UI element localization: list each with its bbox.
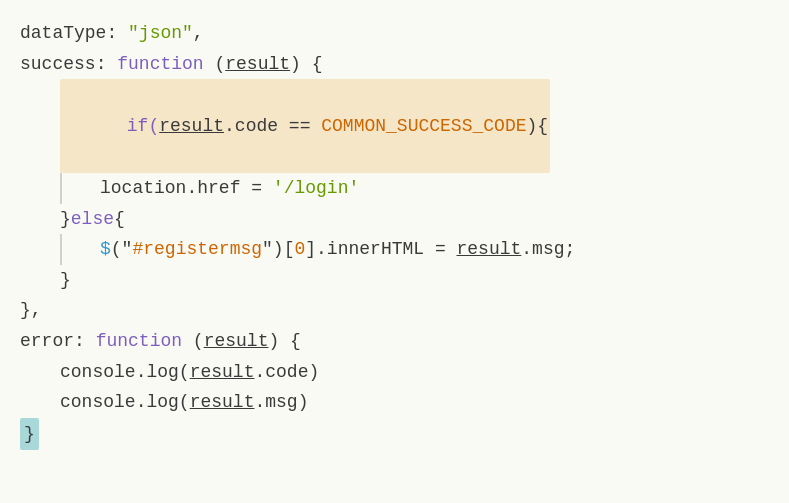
code-token-jquery: $ — [100, 234, 111, 265]
code-token-param: result — [190, 357, 255, 388]
code-line-8: }, — [20, 295, 769, 326]
code-token: ")[ — [262, 234, 294, 265]
code-token: console — [60, 387, 136, 418]
code-token: .href = — [186, 173, 272, 204]
code-token: error — [20, 326, 74, 357]
code-token: dataType — [20, 18, 106, 49]
code-token: , — [193, 18, 204, 49]
code-line-7: } — [20, 265, 769, 296]
code-token: ( — [204, 49, 226, 80]
code-token-string: #registermsg — [132, 234, 262, 265]
code-token: .msg; — [521, 234, 575, 265]
code-token-keyword: else — [71, 204, 114, 235]
code-token: } — [60, 265, 71, 296]
code-token: : — [106, 18, 128, 49]
code-token: ( — [182, 326, 204, 357]
code-token: (" — [111, 234, 133, 265]
code-token: ){ — [526, 116, 548, 136]
code-line-11: console.log(result.msg) — [20, 387, 769, 418]
code-line-2: success: function (result) { — [20, 49, 769, 80]
code-token-number: 0 — [294, 234, 305, 265]
indent-bar — [60, 173, 62, 204]
code-token-keyword: if( — [127, 116, 159, 136]
code-line-9: error: function (result) { — [20, 326, 769, 357]
code-token-const: COMMON_SUCCESS_CODE — [321, 116, 526, 136]
code-line-6: $("#registermsg")[0].innerHTML = result.… — [20, 234, 769, 265]
code-line-10: console.log(result.code) — [20, 357, 769, 388]
code-token-keyword: function — [96, 326, 182, 357]
code-highlight-block: if(result.code == COMMON_SUCCESS_CODE){ — [60, 79, 550, 173]
code-line-12: } — [20, 418, 769, 451]
code-token: .log( — [136, 387, 190, 418]
code-token: .msg) — [254, 387, 308, 418]
code-token-param: result — [204, 326, 269, 357]
code-token: location — [100, 173, 186, 204]
code-token: "json" — [128, 18, 193, 49]
code-token: ) { — [290, 49, 322, 80]
code-line-5: }else{ — [20, 204, 769, 235]
code-token: : — [96, 49, 118, 80]
code-token-param: result — [225, 49, 290, 80]
code-token-param: result — [190, 387, 255, 418]
code-line-3: if(result.code == COMMON_SUCCESS_CODE){ — [20, 79, 769, 173]
code-token: console — [60, 357, 136, 388]
code-editor: dataType: "json", success: function (res… — [0, 0, 789, 503]
code-token: .code) — [254, 357, 319, 388]
code-token-keyword: function — [117, 49, 203, 80]
indent-bar — [60, 234, 62, 265]
code-token: ].innerHTML = — [305, 234, 456, 265]
code-token: : — [74, 326, 96, 357]
code-token-param: result — [457, 234, 522, 265]
code-token-teal: } — [20, 418, 39, 451]
code-token: ) { — [268, 326, 300, 357]
code-token-string: '/login' — [273, 173, 359, 204]
code-token: }, — [20, 295, 42, 326]
code-token-param: result — [159, 116, 224, 136]
code-token: success — [20, 49, 96, 80]
code-token: { — [114, 204, 125, 235]
code-token: } — [60, 204, 71, 235]
code-line-4: location.href = '/login' — [20, 173, 769, 204]
code-token: .code == — [224, 116, 321, 136]
code-line-1: dataType: "json", — [20, 18, 769, 49]
code-token: .log( — [136, 357, 190, 388]
